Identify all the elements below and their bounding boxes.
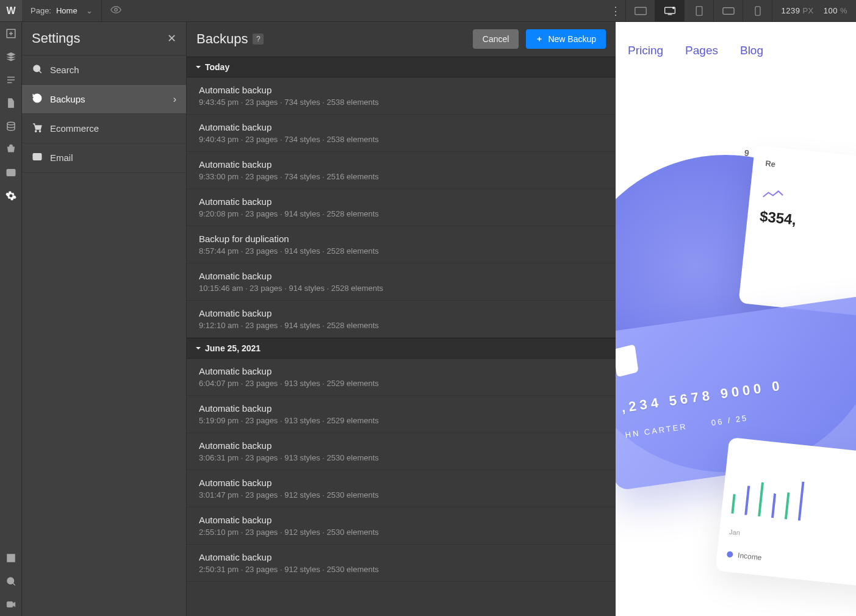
svg-point-0 <box>114 8 117 11</box>
breakpoint-mobile-landscape-icon[interactable] <box>713 0 743 22</box>
backup-meta: 3:06:31 pm · 23 pages · 913 styles · 253… <box>199 453 603 462</box>
backup-list[interactable]: TodayAutomatic backup 9:43:45 pm · 23 pa… <box>187 57 616 616</box>
backup-row[interactable]: Automatic backup 2:50:31 pm · 23 pages ·… <box>187 545 616 582</box>
chevron-right-icon: › <box>173 94 176 105</box>
breakpoint-tablet-icon[interactable] <box>684 0 713 22</box>
backup-row[interactable]: Backup for duplication 8:57:44 pm · 23 p… <box>187 226 616 263</box>
backup-group-header[interactable]: June 25, 2021 <box>187 338 616 359</box>
viewport-unit: PX <box>802 6 813 15</box>
cancel-button[interactable]: Cancel <box>473 29 519 49</box>
stats-value: $354, <box>759 208 856 243</box>
settings-item-ecommerce[interactable]: Ecommerce <box>22 114 186 143</box>
page-label: Page: <box>31 6 51 15</box>
backup-meta: 2:50:31 pm · 23 pages · 912 styles · 253… <box>199 565 603 574</box>
video-help-icon[interactable] <box>0 593 22 616</box>
settings-rail-icon[interactable] <box>0 184 22 207</box>
backup-title: Automatic backup <box>199 159 603 170</box>
cms-icon[interactable] <box>0 115 22 138</box>
assets-icon[interactable] <box>0 161 22 184</box>
backup-meta: 9:40:43 pm · 23 pages · 734 styles · 253… <box>199 135 603 144</box>
backup-title: Backup for duplication <box>199 234 603 244</box>
card-expiry: 06 / 25 <box>711 413 749 427</box>
chart-month: Jan <box>729 528 741 537</box>
stats-header: Re <box>765 159 856 185</box>
search-rail-icon[interactable] <box>0 570 22 593</box>
card-chip-icon <box>616 344 639 377</box>
backup-row[interactable]: Automatic backup 9:43:45 pm · 23 pages ·… <box>187 77 616 115</box>
backup-row[interactable]: Automatic backup 9:12:10 am · 23 pages ·… <box>187 301 616 338</box>
site-nav: Pricing Pages Blog <box>616 22 856 70</box>
mail-icon <box>32 151 43 165</box>
svg-rect-1 <box>635 7 646 15</box>
backup-title: Automatic backup <box>199 85 603 95</box>
cart-icon <box>32 122 43 135</box>
backup-row[interactable]: Automatic backup 2:55:10 pm · 23 pages ·… <box>187 507 616 545</box>
backup-group-header[interactable]: Today <box>187 57 616 77</box>
svg-point-3 <box>673 7 675 9</box>
settings-item-backups[interactable]: Backups › <box>22 85 186 114</box>
audit-icon[interactable] <box>0 546 22 570</box>
backup-title: Automatic backup <box>199 271 603 281</box>
help-icon[interactable]: ? <box>253 34 264 45</box>
legend-label: Income <box>738 551 763 562</box>
backup-row[interactable]: Automatic backup 3:01:47 pm · 23 pages ·… <box>187 470 616 507</box>
backup-title: Automatic backup <box>199 366 603 376</box>
symbols-icon[interactable] <box>0 45 22 68</box>
backup-title: Automatic backup <box>199 440 603 451</box>
stats-prefix: 9 <box>744 148 749 158</box>
nav-link-pricing[interactable]: Pricing <box>628 44 663 57</box>
close-icon[interactable]: ✕ <box>167 32 176 45</box>
backup-meta: 10:15:46 am · 23 pages · 914 styles · 25… <box>199 284 603 293</box>
hero-section: 9 Re $354, ,234 5678 9000 0 HN CARTER 06… <box>616 70 856 616</box>
webflow-logo-icon[interactable]: W <box>0 0 22 22</box>
history-icon <box>32 93 43 106</box>
chart-panel: $100K 0 Jan Feb Income <box>715 437 856 592</box>
more-menu-icon[interactable]: ⋮ <box>606 0 625 22</box>
viewport-dimensions[interactable]: 1239 PX 100 % <box>772 0 856 21</box>
caret-down-icon <box>195 64 201 70</box>
card-name: HN CARTER <box>625 422 688 440</box>
svg-rect-10 <box>7 554 15 562</box>
new-backup-button[interactable]: New Backup <box>526 29 606 49</box>
pages-icon[interactable] <box>0 91 22 115</box>
svg-rect-4 <box>696 6 702 15</box>
backup-row[interactable]: Automatic backup 5:19:09 pm · 23 pages ·… <box>187 396 616 433</box>
backup-meta: 3:01:47 pm · 23 pages · 912 styles · 253… <box>199 490 603 500</box>
backups-title: Backups <box>196 31 248 47</box>
backup-row[interactable]: Automatic backup 9:33:00 pm · 23 pages ·… <box>187 152 616 189</box>
preview-eye-icon[interactable] <box>110 4 121 18</box>
group-label: June 25, 2021 <box>205 343 261 353</box>
canvas-preview[interactable]: Pricing Pages Blog 9 Re $354, ,234 5678 … <box>616 22 856 616</box>
page-name: Home <box>56 6 77 15</box>
settings-item-label: Ecommerce <box>50 123 176 134</box>
settings-item-label: Email <box>50 152 176 163</box>
backup-row[interactable]: Automatic backup 3:06:31 pm · 23 pages ·… <box>187 433 616 470</box>
backup-meta: 5:19:09 pm · 23 pages · 913 styles · 252… <box>199 416 603 425</box>
navigator-icon[interactable] <box>0 68 22 91</box>
backup-title: Automatic backup <box>199 403 603 414</box>
breakpoint-mobile-icon[interactable] <box>743 0 772 22</box>
nav-link-pages[interactable]: Pages <box>685 44 718 57</box>
backup-title: Automatic backup <box>199 552 603 562</box>
breakpoint-xl-icon[interactable] <box>625 0 655 22</box>
backup-row[interactable]: Automatic backup 9:40:43 pm · 23 pages ·… <box>187 115 616 152</box>
ecommerce-rail-icon[interactable] <box>0 138 22 161</box>
breakpoint-desktop-icon[interactable] <box>655 0 684 22</box>
svg-point-15 <box>39 130 40 131</box>
backup-row[interactable]: Automatic backup 6:04:07 pm · 23 pages ·… <box>187 359 616 396</box>
legend-dot-icon <box>727 551 733 557</box>
page-selector[interactable]: Page: Home ⌄ <box>22 0 102 21</box>
nav-link-blog[interactable]: Blog <box>740 44 763 57</box>
backup-row[interactable]: Automatic backup 9:20:08 pm · 23 pages ·… <box>187 189 616 226</box>
backup-title: Automatic backup <box>199 515 603 525</box>
search-icon <box>32 63 43 77</box>
plus-icon <box>536 35 543 43</box>
backup-title: Automatic backup <box>199 196 603 207</box>
settings-item-email[interactable]: Email <box>22 143 186 173</box>
settings-item-search[interactable]: Search <box>22 56 186 85</box>
backup-row[interactable]: Automatic backup 10:15:46 am · 23 pages … <box>187 263 616 301</box>
svg-point-14 <box>35 130 37 131</box>
add-element-icon[interactable] <box>0 22 22 45</box>
svg-rect-12 <box>7 602 13 607</box>
settings-item-label: Backups <box>50 94 166 104</box>
